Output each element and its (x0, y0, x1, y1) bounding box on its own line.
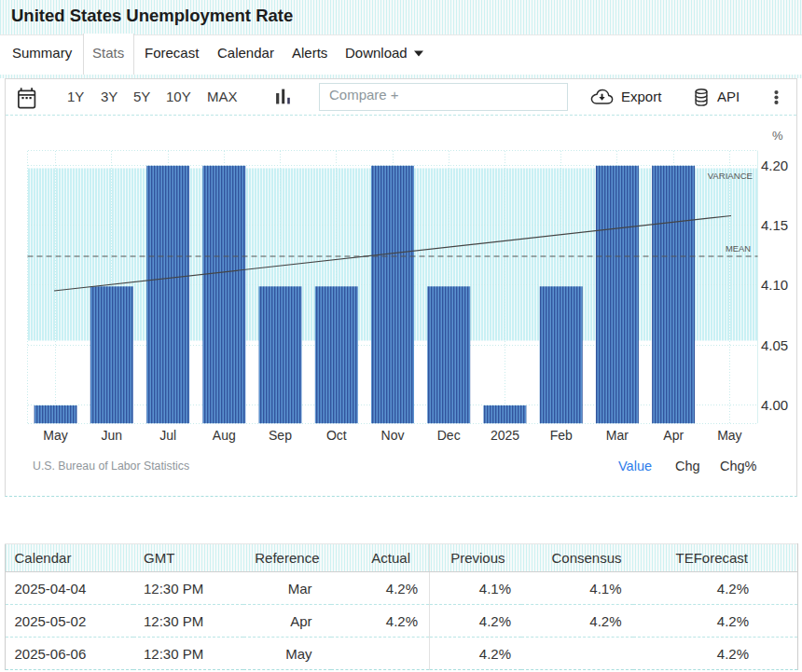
svg-text:Sep: Sep (269, 428, 292, 443)
svg-text:Oct: Oct (326, 428, 347, 443)
svg-text:4.10: 4.10 (761, 277, 788, 293)
svg-text:MEAN: MEAN (726, 243, 751, 254)
svg-text:4.15: 4.15 (761, 217, 788, 233)
svg-text:4.00: 4.00 (761, 397, 788, 413)
svg-text:Aug: Aug (213, 428, 236, 443)
svg-text:2025: 2025 (491, 428, 519, 443)
svg-text:Nov: Nov (381, 428, 405, 443)
svg-text:Dec: Dec (437, 428, 461, 443)
svg-text:May: May (43, 428, 67, 443)
svg-text:Feb: Feb (550, 428, 573, 443)
svg-text:Mar: Mar (606, 428, 629, 443)
svg-text:Jun: Jun (102, 428, 123, 443)
svg-text:%: % (772, 129, 783, 143)
svg-text:Jul: Jul (159, 428, 176, 443)
svg-text:Apr: Apr (663, 428, 684, 443)
svg-text:4.05: 4.05 (761, 337, 788, 353)
svg-text:May: May (717, 428, 741, 443)
svg-text:VARIANCE: VARIANCE (708, 171, 753, 181)
svg-text:4.20: 4.20 (761, 158, 788, 173)
